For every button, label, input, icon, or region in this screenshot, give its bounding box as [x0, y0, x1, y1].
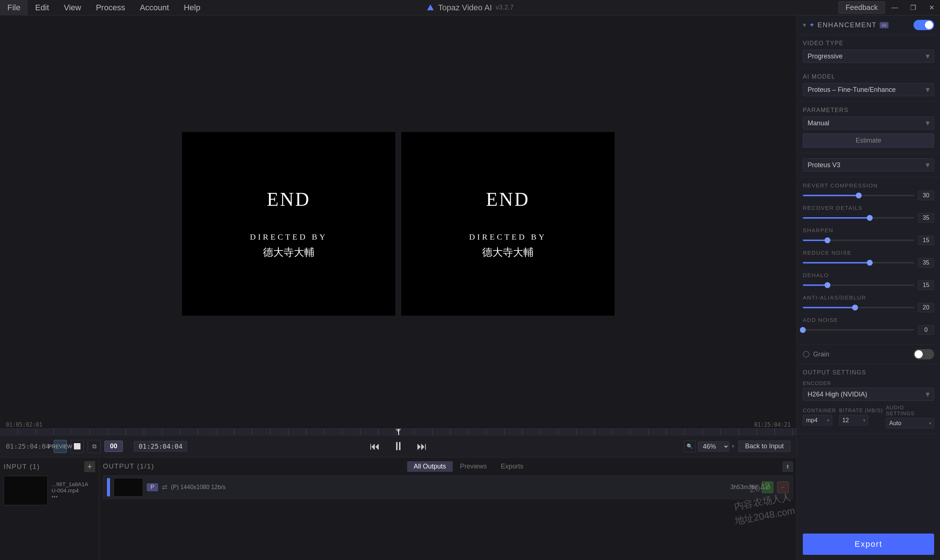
encoder-label: ENCODER — [803, 380, 934, 386]
parameters-select[interactable]: Manual Auto — [803, 117, 934, 130]
add-noise-thumb[interactable] — [800, 327, 806, 333]
menu-file[interactable]: File — [0, 0, 28, 15]
expand-output-button[interactable]: ⬆ — [783, 462, 793, 472]
dehalo-thumb[interactable] — [824, 282, 830, 288]
output-panel: OUTPUT (1/1) All Outputs Previews Export… — [99, 457, 796, 560]
frame-mode-button[interactable]: 00 — [105, 441, 123, 452]
frame-forward-icon: ⏭ — [417, 440, 427, 452]
anti-alias-row: 20 — [803, 303, 934, 312]
reduce-noise-thumb[interactable] — [867, 260, 873, 266]
compare-button[interactable]: ⧉ — [88, 440, 101, 453]
enhancement-toggle[interactable] — [914, 20, 934, 30]
revert-compression-track[interactable] — [803, 195, 914, 196]
tab-previews[interactable]: Previews — [454, 461, 494, 472]
revert-compression-control: REVERT COMPRESSION 30 — [803, 182, 934, 200]
video-type-wrapper: Progressive Interlaced — [803, 49, 934, 63]
sharpen-fill — [803, 240, 827, 241]
timeline-bar[interactable] — [0, 428, 796, 435]
export-section: Export — [797, 528, 940, 560]
output-remove-button[interactable]: − — [777, 482, 789, 493]
revert-compression-thumb[interactable] — [856, 192, 862, 198]
menu-view[interactable]: View — [56, 0, 88, 15]
menu-help[interactable]: Help — [176, 0, 208, 15]
menu-edit[interactable]: Edit — [28, 0, 56, 15]
add-noise-track[interactable] — [803, 329, 914, 331]
video-type-select[interactable]: Progressive Interlaced — [803, 49, 934, 63]
sharpen-control: SHARPEN 15 — [803, 227, 934, 245]
menu-process[interactable]: Process — [89, 0, 133, 15]
reduce-noise-track[interactable] — [803, 262, 914, 263]
anti-alias-track[interactable] — [803, 307, 914, 308]
time-display: 01:25:04:04 — [134, 441, 187, 452]
revert-compression-value[interactable]: 30 — [918, 191, 934, 200]
close-button[interactable]: ✕ — [923, 0, 940, 15]
output-tabs: All Outputs Previews Exports — [407, 461, 530, 472]
tab-exports[interactable]: Exports — [494, 461, 530, 472]
playback-controls: ⏮ ⏸ ⏭ — [367, 438, 430, 455]
zoom-icon: 🔍 — [687, 443, 693, 449]
container-select[interactable]: mp4 mov — [803, 415, 832, 426]
recover-details-thumb[interactable] — [867, 215, 873, 221]
estimate-button[interactable]: Estimate — [803, 133, 934, 148]
input-directed-by: DIRECTED BY — [250, 232, 328, 242]
feedback-button[interactable]: Feedback — [838, 2, 885, 14]
ai-model-label: AI MODEL — [803, 74, 934, 80]
encoder-select[interactable]: H264 High (NVIDIA) H265 (NVIDIA) ProRes — [803, 388, 934, 401]
output-info: (P) 1440x1080 12b/s — [171, 484, 226, 491]
split-view-button[interactable]: ⬜ — [71, 440, 84, 453]
export-button[interactable]: Export — [803, 534, 934, 555]
back-to-input-button[interactable]: Back to Input — [738, 441, 791, 452]
audio-select[interactable]: Auto None — [886, 418, 934, 428]
ai-model-select[interactable]: Proteus – Fine-Tune/Enhance Artemis Gaia — [803, 83, 934, 96]
parameters-section: PARAMETERS Manual Auto Estimate — [797, 102, 940, 153]
anti-alias-value[interactable]: 20 — [918, 303, 934, 312]
output-duration: 3h53m36s — [730, 484, 758, 491]
output-settings-title: OUTPUT SETTINGS — [803, 369, 934, 376]
time-markers: 01:05:02:01 01:25:04:21 — [0, 421, 796, 428]
output-video-panel: END DIRECTED BY 德大寺大輔 — [401, 132, 614, 315]
grain-toggle[interactable] — [914, 349, 934, 359]
output-panel-header: OUTPUT (1/1) All Outputs Previews Export… — [103, 461, 793, 472]
bitrate-select[interactable]: 12 8 16 — [839, 415, 868, 426]
dehalo-value[interactable]: 15 — [918, 280, 934, 290]
grain-radio[interactable] — [803, 351, 809, 357]
pause-button[interactable]: ⏸ — [390, 438, 406, 455]
sharpen-thumb[interactable] — [824, 237, 830, 243]
zoom-icon-button[interactable]: 🔍 — [684, 441, 696, 452]
ai-model-section: AI MODEL Proteus – Fine-Tune/Enhance Art… — [797, 68, 940, 102]
tab-all-outputs[interactable]: All Outputs — [407, 461, 453, 472]
reduce-noise-label: REDUCE NOISE — [803, 249, 934, 256]
output-approve-button[interactable]: ✓ — [762, 482, 773, 493]
zoom-select[interactable]: 46% 25% 50% 100% — [698, 441, 729, 452]
minimize-button[interactable]: — — [886, 0, 903, 15]
recover-details-control: RECOVER DETAILS 35 — [803, 205, 934, 223]
add-input-button[interactable]: + — [84, 461, 95, 472]
anti-alias-label: ANTI-ALIAS/DEBLUR — [803, 294, 934, 301]
frame-back-button[interactable]: ⏮ — [367, 438, 383, 455]
dehalo-track[interactable] — [803, 285, 914, 286]
split-view-icon: ⬜ — [74, 443, 81, 450]
add-noise-value[interactable]: 0 — [918, 325, 934, 335]
dehalo-control: DEHALO 15 — [803, 272, 934, 290]
model-version-select[interactable]: Proteus V3 Proteus V2 Proteus V1 — [803, 158, 934, 172]
collapse-icon[interactable]: ▾ — [803, 21, 806, 29]
revert-compression-label: REVERT COMPRESSION — [803, 182, 934, 189]
frame-forward-button[interactable]: ⏭ — [414, 438, 430, 455]
sharpen-track[interactable] — [803, 240, 914, 241]
pause-icon: ⏸ — [392, 440, 404, 453]
preview-mode-button[interactable]: PREVIEW — [54, 440, 67, 453]
reduce-noise-value[interactable]: 35 — [918, 258, 934, 268]
menu-account[interactable]: Account — [133, 0, 176, 15]
sharpen-value[interactable]: 15 — [918, 235, 934, 245]
input-file-info: ...98T_1a8A1AU-004.mp4 ••• — [51, 481, 92, 500]
recover-details-value[interactable]: 35 — [918, 213, 934, 223]
bottom-panels: INPUT (1) + ...98T_1a8A1AU-004.mp4 ••• O… — [0, 457, 796, 560]
restore-button[interactable]: ❐ — [905, 0, 921, 15]
timeline-track[interactable] — [0, 429, 796, 435]
input-file-item[interactable]: ...98T_1a8A1AU-004.mp4 ••• — [4, 476, 95, 505]
output-video-content: END DIRECTED BY 德大寺大輔 — [469, 189, 547, 259]
output-row[interactable]: P ⇄ (P) 1440x1080 12b/s 3h53m36s ✓ − — [103, 475, 793, 499]
anti-alias-thumb[interactable] — [852, 305, 858, 311]
input-file-menu[interactable]: ••• — [51, 494, 92, 500]
recover-details-track[interactable] — [803, 217, 914, 218]
